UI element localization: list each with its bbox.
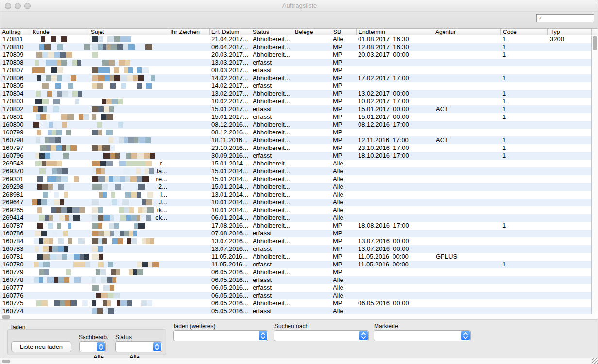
column-header-typ[interactable]: Typ bbox=[547, 29, 591, 35]
cell-erf-datum: 06.05.2016... bbox=[211, 292, 251, 299]
cell-status: Abholbereit... bbox=[253, 136, 291, 144]
table-row[interactable]: 16079723.10.2016...Abholbereit...MP23.10… bbox=[0, 144, 591, 152]
table-row[interactable]: 17080614.02.2017...Abholbereit...MP17.02… bbox=[0, 74, 591, 82]
status-select[interactable]: Alle bbox=[115, 341, 162, 352]
cell-sb: MP bbox=[333, 144, 355, 152]
cell-sb: Alle bbox=[333, 276, 355, 284]
table-row[interactable]: 17081121.04.2017...Abholbereit...Alle01.… bbox=[0, 35, 591, 43]
table-row[interactable]: 16078011.05.2016...erfasstMP11.05.2016 0… bbox=[0, 261, 591, 268]
table-row[interactable]: 2692982...15.01.2014...Abholbereit...All… bbox=[0, 183, 591, 191]
redacted-sujet bbox=[92, 285, 114, 291]
column-header-status[interactable]: Status bbox=[251, 29, 292, 35]
column-header-kunde[interactable]: Kunde bbox=[31, 29, 89, 35]
cell-status: Abholbereit... bbox=[253, 51, 291, 59]
table-row[interactable]: 17080514.02.2017...erfasstMP bbox=[0, 82, 591, 90]
cell-auftrag: 268981 bbox=[2, 191, 30, 199]
table-row[interactable]: 17080920.03.2017...Abholbereit...MP20.03… bbox=[0, 51, 591, 59]
column-header-sujet[interactable]: Sujet bbox=[89, 29, 169, 35]
markierte-select[interactable] bbox=[374, 330, 471, 341]
redacted-kunde bbox=[36, 83, 85, 89]
table-row[interactable]: 16080008.12.2016...Abholbereit...MP08.12… bbox=[0, 121, 591, 129]
table-row[interactable]: 269647J...10.01.2014...Abholbereit...All… bbox=[0, 199, 591, 206]
suchen-nach-select[interactable] bbox=[274, 330, 369, 341]
table-row[interactable]: 17081006.04.2017...Abholbereit...MP12.08… bbox=[0, 43, 591, 51]
horizontal-scrollbar[interactable] bbox=[0, 314, 598, 320]
table-row[interactable]: 269370la...15.01.2014...Abholbereit...Al… bbox=[0, 167, 591, 175]
cell-typ: 3200 bbox=[550, 35, 589, 43]
table-row[interactable]: 16077506.05.2016...Abholbereit...MP06.05… bbox=[0, 299, 591, 307]
cell-code: 1 bbox=[502, 105, 541, 113]
table-row[interactable]: 16078717.08.2016...Abholbereit...MP18.08… bbox=[0, 222, 591, 230]
table-row[interactable]: 17080310.02.2017...Abholbereit...MP10.02… bbox=[0, 98, 591, 105]
resize-grip-icon[interactable] bbox=[592, 358, 598, 364]
cell-auftrag: 160783 bbox=[2, 245, 30, 253]
cell-auftrag: 269298 bbox=[2, 183, 30, 191]
table-row[interactable]: 269414ck...06.01.2014...Abholbereit...Al… bbox=[0, 214, 591, 222]
cell-auftrag: 160784 bbox=[2, 237, 30, 245]
cell-erf-datum: 10.01.2014... bbox=[211, 206, 251, 214]
cell-sb: MP bbox=[333, 121, 355, 129]
table-row[interactable]: 16078607.08.2016...erfasstMP bbox=[0, 230, 591, 237]
column-header-agentur[interactable]: Agentur bbox=[433, 29, 500, 35]
redacted-sujet bbox=[92, 246, 108, 252]
cell-sb: MP bbox=[333, 136, 355, 144]
horizontal-scrollbar-thumb[interactable] bbox=[2, 315, 10, 319]
redacted-sujet bbox=[92, 269, 143, 275]
cell-erf-datum: 07.08.2016... bbox=[211, 230, 251, 237]
column-header-erf-datum[interactable]: Erf. Datum bbox=[209, 29, 251, 35]
cell-auftrag: 160797 bbox=[2, 144, 30, 152]
table-row[interactable]: 269543r...15.01.2014...Abholbereit...All… bbox=[0, 160, 591, 167]
table-row[interactable]: 16077906.05.2016...Abholbereit...MP bbox=[0, 268, 591, 276]
cell-sujet: J... bbox=[92, 199, 168, 206]
table-row[interactable]: 16077405.05.2016...erfasstAlle bbox=[0, 307, 591, 314]
search-input[interactable] bbox=[536, 14, 594, 22]
cell-sujet: la... bbox=[92, 167, 168, 175]
redacted-sujet bbox=[92, 60, 130, 66]
table-row[interactable]: 269301re...15.01.2014...Abholbereit...Al… bbox=[0, 175, 591, 183]
redacted-kunde bbox=[33, 207, 85, 213]
column-header-belege[interactable]: Belege bbox=[292, 29, 331, 35]
table-row[interactable]: 269265ik...10.01.2014...Abholbereit...Al… bbox=[0, 206, 591, 214]
table-row[interactable]: 17080813.03.2017...erfasstMP bbox=[0, 59, 591, 66]
cell-code: 1 bbox=[502, 51, 541, 59]
table-row[interactable]: 17080215.01.2017...erfasstMP15.01.2017 0… bbox=[0, 105, 591, 113]
footer-panel: laden Liste neu laden Sachbearb. Alle St… bbox=[0, 320, 598, 358]
cell-sb: Alle bbox=[333, 167, 355, 175]
vertical-scrollbar-thumb[interactable] bbox=[593, 36, 597, 50]
cell-status: Abholbereit... bbox=[253, 175, 291, 183]
column-header-code[interactable]: Code bbox=[500, 29, 547, 35]
table-row[interactable]: 16077606.05.2016...erfasstAlle bbox=[0, 292, 591, 299]
table-row[interactable]: 16079818.11.2016...Abholbereit...MP12.11… bbox=[0, 136, 591, 144]
cell-erf-datum: 06.01.2014... bbox=[211, 214, 251, 222]
cell-sb: Alle bbox=[333, 191, 355, 199]
redacted-kunde bbox=[37, 223, 71, 229]
table-row[interactable]: 16078313.07.2016...erfasstMP13.07.2016 0… bbox=[0, 245, 591, 253]
table-row[interactable]: 16078413.07.2016...Abholbereit...MP13.07… bbox=[0, 237, 591, 245]
table-row[interactable]: 16078111.05.2016...Abholbereit...MP11.05… bbox=[0, 253, 591, 261]
cell-sb: MP bbox=[333, 261, 355, 268]
laden-weiteres-select[interactable] bbox=[173, 330, 268, 341]
table-row[interactable]: 17080413.02.2017...Abholbereit...MP13.02… bbox=[0, 90, 591, 98]
table-row[interactable]: 16079908.12.2016...Abholbereit...MP bbox=[0, 129, 591, 136]
cell-sb: MP bbox=[333, 253, 355, 261]
table-row[interactable]: 17080708.03.2017...erfasstMP bbox=[0, 66, 591, 74]
table-row[interactable]: 16079630.09.2016...erfasstMP18.10.2016 1… bbox=[0, 152, 591, 160]
cell-sb: Alle bbox=[333, 160, 355, 167]
bottom-scrollbar[interactable] bbox=[0, 358, 598, 364]
column-header-auftrag[interactable]: Auftrag bbox=[0, 29, 31, 35]
cell-agentur: ACT bbox=[436, 136, 494, 144]
column-header-endtermin[interactable]: Endtermin bbox=[356, 29, 433, 35]
table-row[interactable]: 16077806.05.2016...erfasstAlle bbox=[0, 276, 591, 284]
table-row[interactable]: 268981l...13.01.2014...Abholbereit...All… bbox=[0, 191, 591, 199]
table-row[interactable]: 17080115.01.2017...erfasstMP15.01.2017 0… bbox=[0, 113, 591, 121]
cell-erf-datum: 15.01.2014... bbox=[211, 175, 251, 183]
column-header-sb[interactable]: SB bbox=[331, 29, 356, 35]
table-row[interactable]: 16077706.05.2016...erfasstAlle bbox=[0, 284, 591, 292]
sachbearb-select[interactable]: Alle bbox=[79, 341, 106, 352]
chevron-up-down-icon bbox=[461, 331, 470, 340]
bottom-scrollbar-thumb[interactable] bbox=[2, 360, 10, 363]
vertical-scrollbar[interactable] bbox=[591, 35, 598, 314]
column-header-ihr-zeichen[interactable]: Ihr Zeichen bbox=[169, 29, 209, 35]
reload-list-button[interactable]: Liste neu laden bbox=[11, 341, 71, 352]
cell-sb: MP bbox=[333, 222, 355, 230]
